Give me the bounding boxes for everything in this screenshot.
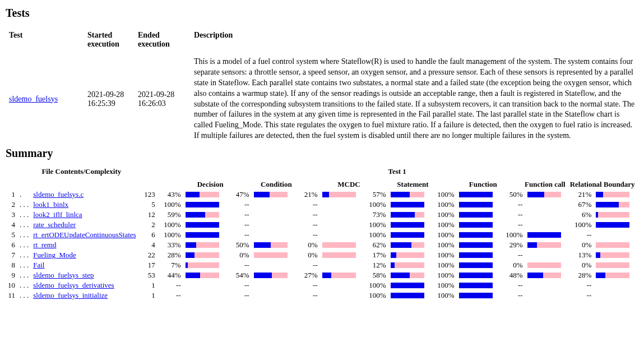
- row-index: 10: [6, 280, 17, 290]
- file-link[interactable]: Fueling_Mode: [33, 251, 76, 259]
- metric-percent: --: [226, 290, 252, 301]
- row-dots: . . .: [17, 250, 31, 260]
- file-link[interactable]: look1_binlx: [33, 200, 68, 209]
- metric-percent: 27%: [294, 270, 320, 280]
- metric-percent: 100%: [363, 220, 388, 230]
- metric-percent: --: [157, 290, 183, 301]
- metric-bar: [252, 290, 294, 301]
- metric-percent: 0%: [294, 250, 320, 260]
- metric-bar: [388, 210, 431, 220]
- metric-percent: 100%: [431, 200, 457, 210]
- metric-bar: [252, 270, 294, 280]
- metric-bar: [320, 250, 363, 260]
- metric-percent: --: [226, 280, 252, 290]
- metric-percent: 100%: [431, 240, 457, 250]
- row-dots: . . .: [17, 260, 31, 270]
- metric-bar: [457, 200, 499, 210]
- th-metric: Decision: [157, 179, 226, 190]
- metric-percent: --: [568, 230, 594, 240]
- summary-row: 2. . .look1_binlx5100%----100%100%--67%: [6, 200, 637, 210]
- th-metric: MCDC: [294, 179, 363, 190]
- metric-bar: [183, 280, 226, 290]
- file-link[interactable]: look2_iflf_linlca: [33, 210, 82, 219]
- metric-bar: [525, 240, 568, 250]
- metric-bar: [183, 290, 226, 301]
- test-description: This is a model of a fuel control system…: [191, 53, 638, 145]
- complexity-value: 12: [138, 210, 157, 220]
- metric-percent: 12%: [363, 260, 388, 270]
- metric-bar: [388, 250, 431, 260]
- metric-bar: [525, 260, 568, 270]
- metric-bar: [525, 270, 568, 280]
- metric-bar: [320, 260, 363, 270]
- metric-bar: [388, 230, 431, 240]
- metric-bar: [252, 190, 294, 200]
- th-description: Description: [191, 26, 638, 53]
- file-link[interactable]: rt_remd: [33, 241, 56, 249]
- summary-row: 6. . .rt_remd433%50%0%62%100%29%0%: [6, 240, 637, 250]
- metric-percent: 100%: [431, 280, 457, 290]
- metric-bar: [594, 280, 637, 290]
- metric-percent: 100%: [363, 230, 388, 240]
- summary-row: 11. . .sldemo_fuelsys_initialize1------1…: [6, 290, 637, 301]
- metric-bar: [457, 220, 499, 230]
- metric-percent: 100%: [431, 270, 457, 280]
- metric-bar: [594, 240, 637, 250]
- row-dots: . . .: [17, 220, 31, 230]
- metric-bar: [183, 210, 226, 220]
- metric-percent: 100%: [431, 250, 457, 260]
- complexity-value: 1: [138, 280, 157, 290]
- row-index: 1: [6, 190, 17, 200]
- metric-percent: 62%: [363, 240, 388, 250]
- metric-percent: 100%: [431, 220, 457, 230]
- row-dots: . . .: [17, 290, 31, 301]
- metric-percent: 100%: [431, 190, 457, 200]
- metric-bar: [388, 220, 431, 230]
- metric-bar: [457, 250, 499, 260]
- file-link[interactable]: sldemo_fuelsys.c: [33, 190, 84, 199]
- metric-percent: --: [499, 200, 525, 210]
- metric-percent: 6%: [568, 210, 594, 220]
- file-link[interactable]: sldemo_fuelsys_step: [33, 271, 94, 279]
- metric-percent: 0%: [568, 260, 594, 270]
- test-link[interactable]: sldemo_fuelsys: [9, 95, 58, 103]
- metric-percent: --: [499, 290, 525, 301]
- metric-bar: [252, 240, 294, 250]
- th-test: Test: [6, 26, 84, 53]
- metric-bar: [525, 200, 568, 210]
- file-link[interactable]: Fail: [33, 261, 44, 269]
- metric-bar: [252, 220, 294, 230]
- metric-bar: [320, 270, 363, 280]
- metric-bar: [388, 270, 431, 280]
- metric-percent: --: [226, 220, 252, 230]
- th-metric: Function call: [499, 179, 568, 190]
- metric-bar: [457, 210, 499, 220]
- metric-percent: --: [499, 250, 525, 260]
- metric-percent: --: [499, 280, 525, 290]
- file-link[interactable]: rate_scheduler: [33, 220, 76, 229]
- summary-row: 4. . .rate_scheduler2100%----100%100%--1…: [6, 220, 637, 230]
- metric-percent: 21%: [568, 190, 594, 200]
- metric-bar: [183, 250, 226, 260]
- metric-bar: [183, 260, 226, 270]
- metric-percent: --: [568, 280, 594, 290]
- metric-percent: --: [226, 200, 252, 210]
- metric-percent: 17%: [363, 250, 388, 260]
- file-link[interactable]: rt_ertODEUpdateContinuousStates: [33, 230, 136, 239]
- metric-bar: [252, 250, 294, 260]
- metric-bar: [183, 240, 226, 250]
- metric-percent: --: [226, 260, 252, 270]
- file-link[interactable]: sldemo_fuelsys_derivatives: [33, 281, 114, 289]
- metric-bar: [457, 240, 499, 250]
- tests-table: Test Started execution Ended execution D…: [6, 26, 638, 145]
- metric-bar: [525, 210, 568, 220]
- metric-bar: [388, 260, 431, 270]
- row-index: 7: [6, 250, 17, 260]
- metric-bar: [183, 230, 226, 240]
- file-link[interactable]: sldemo_fuelsys_initialize: [33, 291, 108, 299]
- metric-bar: [525, 190, 568, 200]
- metric-percent: 100%: [499, 230, 525, 240]
- row-index: 6: [6, 240, 17, 250]
- metric-percent: 28%: [157, 250, 183, 260]
- metric-percent: 100%: [431, 260, 457, 270]
